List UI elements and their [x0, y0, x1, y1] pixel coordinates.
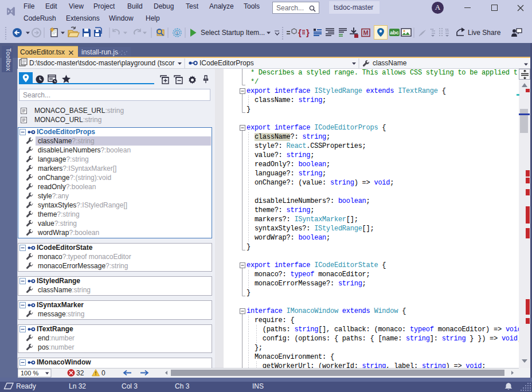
svg-text:Ch 3: Ch 3 [175, 382, 190, 390]
svg-text:1: 1 [176, 30, 179, 36]
svg-text:abc: abc [390, 30, 399, 36]
svg-text:Ready: Ready [16, 382, 36, 390]
svg-text:0: 0 [101, 369, 105, 377]
svg-text:INS: INS [252, 382, 264, 390]
svg-text:32: 32 [76, 369, 84, 377]
svg-text:className: className [373, 59, 407, 67]
svg-text:100 %: 100 % [21, 370, 38, 377]
svg-text:}: } [306, 28, 310, 37]
svg-text:Select Startup Item...: Select Startup Item... [201, 29, 265, 37]
svg-text:Live Share: Live Share [468, 29, 501, 37]
svg-text:Ln 32: Ln 32 [69, 382, 86, 390]
svg-text:D:\tsdoc-master\tsdoc-master\p: D:\tsdoc-master\tsdoc-master\playground … [29, 59, 174, 67]
svg-text:Col 3: Col 3 [122, 382, 138, 390]
svg-text:ICodeEditorProps: ICodeEditorProps [200, 59, 254, 67]
svg-text:{: { [298, 28, 302, 37]
svg-text:M: M [363, 29, 368, 36]
